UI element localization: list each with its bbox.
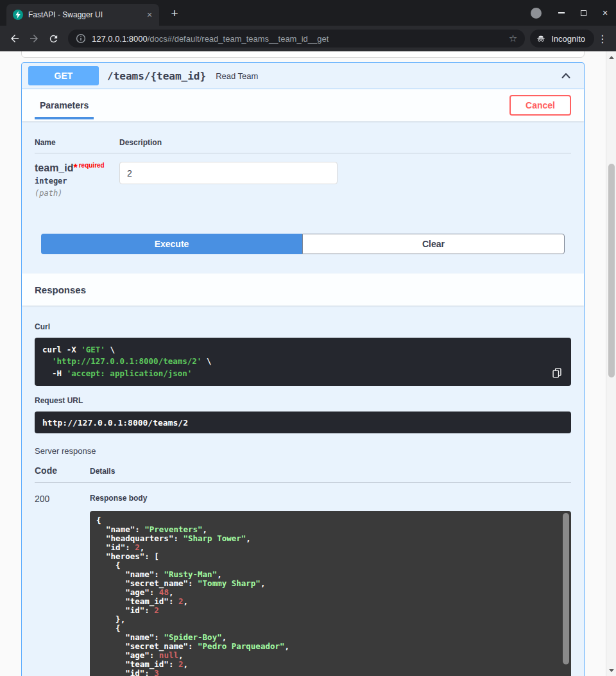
response-body-label: Response body: [90, 494, 571, 503]
parameter-row: team_id*required integer (path): [35, 153, 571, 198]
new-tab-button[interactable]: +: [167, 6, 182, 21]
tab-close-icon[interactable]: ×: [144, 9, 155, 21]
window-maximize-button[interactable]: [572, 0, 594, 26]
forward-button[interactable]: [24, 29, 44, 48]
responses-body: Curl curl -X 'GET' \ 'http://127.0.0.1:8…: [22, 306, 584, 676]
url-text: 127.0.0.1:8000/docs#/default/read_team_t…: [92, 34, 329, 44]
team-id-input[interactable]: [119, 162, 338, 184]
incognito-profile-icon[interactable]: [531, 8, 542, 19]
name-column-header: Name: [35, 138, 119, 147]
response-details-cell: Response body { "name": "Preventers", "h…: [90, 494, 571, 676]
parameters-section-header: Parameters Cancel: [22, 89, 584, 121]
curl-command-block: curl -X 'GET' \ 'http://127.0.0.1:8000/t…: [35, 338, 571, 385]
window-minimize-button[interactable]: [551, 0, 572, 26]
parameter-location: (path): [35, 189, 119, 198]
description-column-header: Description: [119, 138, 162, 147]
back-button[interactable]: [5, 29, 24, 48]
browser-tab[interactable]: FastAPI - Swagger UI ×: [6, 4, 159, 26]
tab-strip: FastAPI - Swagger UI × + ×: [0, 0, 616, 26]
execute-button-group: Execute Clear: [41, 234, 565, 254]
bookmark-star-icon[interactable]: ☆: [509, 33, 517, 44]
response-scrollbar-thumb[interactable]: [563, 513, 569, 664]
collapse-chevron-icon[interactable]: [560, 69, 572, 82]
operation-summary-text: Read Team: [216, 71, 258, 81]
window-controls: ×: [531, 0, 616, 26]
url-path: /docs#/default/read_team_teams__team_id_…: [148, 34, 329, 44]
incognito-badge: Incognito: [530, 30, 594, 48]
get-operation-block: GET /teams/{team_id} Read Team Parameter…: [21, 62, 585, 676]
status-code: 200: [35, 494, 90, 676]
cancel-button[interactable]: Cancel: [509, 95, 571, 116]
details-column-header: Details: [90, 467, 115, 476]
fastapi-favicon-icon: [13, 10, 23, 20]
server-response-label: Server response: [35, 446, 571, 456]
site-info-icon[interactable]: [76, 33, 86, 44]
request-url-block: http://127.0.0.1:8000/teams/2: [35, 412, 571, 433]
parameter-name-cell: team_id*required integer (path): [35, 162, 119, 198]
clear-button[interactable]: Clear: [302, 234, 565, 254]
responses-section-header: Responses: [22, 273, 584, 306]
curl-command: curl -X 'GET' \ 'http://127.0.0.1:8000/t…: [42, 344, 563, 379]
page-scrollbar[interactable]: [606, 51, 616, 676]
operation-path: /teams/{team_id}: [107, 70, 206, 82]
incognito-label: Incognito: [551, 34, 585, 44]
scroll-up-arrow-icon[interactable]: [606, 53, 616, 62]
parameters-table-header: Name Description: [35, 138, 571, 153]
request-url-label: Request URL: [35, 396, 571, 405]
http-method-badge: GET: [28, 66, 99, 85]
required-asterisk: *: [73, 162, 77, 173]
response-table-header: Code Details: [35, 465, 571, 483]
required-label: required: [79, 162, 105, 169]
reload-button[interactable]: [44, 29, 63, 48]
incognito-icon: [536, 33, 546, 44]
response-body-scrollbar[interactable]: [563, 513, 569, 676]
response-body-block: { "name": "Preventers", "headquarters": …: [90, 511, 571, 676]
tab-title: FastAPI - Swagger UI: [28, 10, 144, 19]
parameter-type: integer: [35, 177, 119, 186]
request-url-value: http://127.0.0.1:8000/teams/2: [42, 418, 188, 428]
parameters-table: Name Description team_id*required intege…: [35, 121, 571, 198]
parameter-value-cell: [119, 162, 338, 198]
copy-to-clipboard-button[interactable]: [549, 365, 565, 381]
swagger-page: GET /teams/{team_id} Read Team Parameter…: [0, 51, 616, 676]
execute-button[interactable]: Execute: [41, 234, 302, 254]
tab-parameters[interactable]: Parameters: [35, 89, 94, 121]
parameter-name: team_id*required: [35, 162, 119, 174]
curl-label: Curl: [35, 322, 571, 331]
address-bar[interactable]: 127.0.0.1:8000/docs#/default/read_team_t…: [68, 30, 525, 48]
url-host: 127.0.0.1:8000: [92, 34, 148, 44]
minimize-icon: [558, 12, 565, 13]
page-scrollbar-thumb[interactable]: [608, 164, 615, 377]
operation-summary[interactable]: GET /teams/{team_id} Read Team: [22, 63, 584, 89]
previous-section-partial: [21, 51, 585, 58]
response-row: 200 Response body { "name": "Preventers"…: [35, 483, 571, 676]
browser-menu-button[interactable]: ⋮: [594, 33, 611, 45]
browser-toolbar: 127.0.0.1:8000/docs#/default/read_team_t…: [0, 26, 616, 51]
responses-title: Responses: [35, 284, 86, 295]
code-column-header: Code: [35, 465, 90, 476]
window-close-button[interactable]: ×: [594, 0, 616, 26]
response-body-json: { "name": "Preventers", "headquarters": …: [96, 516, 556, 676]
scroll-down-arrow-icon[interactable]: [606, 666, 616, 675]
maximize-icon: [581, 10, 586, 16]
